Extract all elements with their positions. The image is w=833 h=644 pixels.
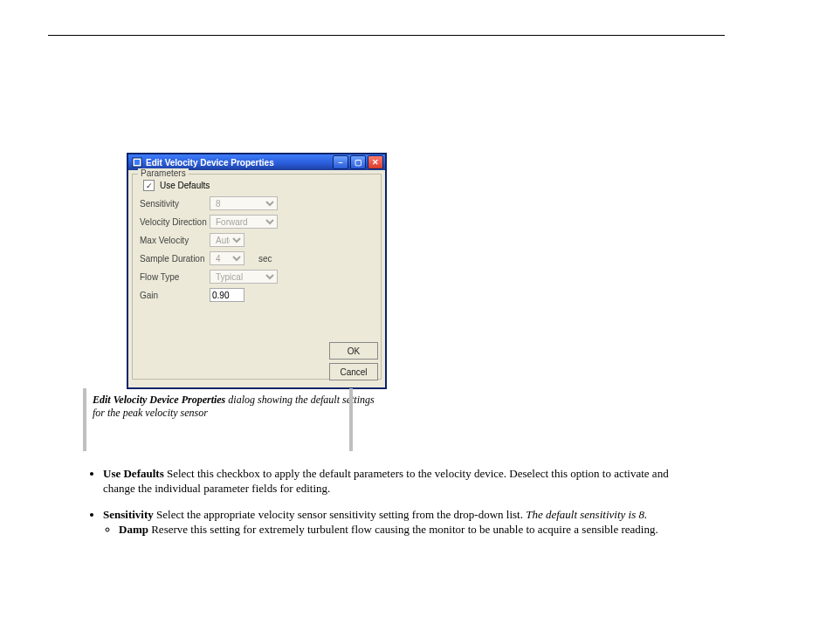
list-item: Use Defaults Select this checkbox to app… <box>103 467 699 496</box>
close-button[interactable]: ✕ <box>368 155 383 169</box>
term-damp: Damp <box>119 523 148 536</box>
term-sensitivity: Sensitivity <box>103 508 154 521</box>
svg-rect-1 <box>134 160 140 165</box>
text: Reserve this setting for extremely turbu… <box>148 523 658 536</box>
max-velocity-select[interactable]: Auto <box>210 233 244 247</box>
dialog-title: Edit Velocity Device Properties <box>146 158 274 168</box>
gain-label: Gain <box>140 291 210 300</box>
flow-type-select[interactable]: Typical <box>210 270 278 284</box>
use-defaults-checkbox[interactable]: ✓ <box>143 180 155 191</box>
edit-velocity-dialog: Edit Velocity Device Properties – ▢ ✕ Pa… <box>127 153 387 389</box>
text: Select the appropriate velocity sensor s… <box>154 508 526 521</box>
list-item: Sensitivity Select the appropriate veloc… <box>103 508 699 537</box>
caption-bold: Edit Velocity Device Properties <box>93 394 225 406</box>
maximize-button[interactable]: ▢ <box>350 155 366 169</box>
divider <box>48 35 725 36</box>
figure-caption: Edit Velocity Device Properties dialog s… <box>87 394 384 420</box>
max-velocity-label: Max Velocity <box>140 236 210 245</box>
text-italic: The default sensitivity is 8. <box>526 508 647 521</box>
flow-type-label: Flow Type <box>140 272 210 282</box>
change-bar <box>349 388 353 451</box>
use-defaults-label: Use Defaults <box>160 181 210 190</box>
text: Select this checkbox to apply the defaul… <box>103 467 669 495</box>
gain-input[interactable] <box>210 288 244 302</box>
minimize-button[interactable]: – <box>333 155 348 169</box>
velocity-direction-select[interactable]: Forward <box>210 215 278 229</box>
term-use-defaults: Use Defaults <box>103 467 164 480</box>
sample-duration-label: Sample Duration <box>140 254 210 264</box>
sensitivity-select[interactable]: 8 <box>210 196 278 210</box>
cancel-button[interactable]: Cancel <box>329 363 378 380</box>
app-icon <box>132 157 142 168</box>
ok-button[interactable]: OK <box>329 342 378 360</box>
list-item: Damp Reserve this setting for extremely … <box>119 523 699 538</box>
group-legend: Parameters <box>138 168 189 178</box>
sample-duration-unit: sec <box>258 254 272 264</box>
sensitivity-label: Sensitivity <box>140 199 210 209</box>
sample-duration-select[interactable]: 4 <box>210 251 244 265</box>
velocity-direction-label: Velocity Direction <box>140 217 210 227</box>
body-text: Use Defaults Select this checkbox to app… <box>87 467 699 550</box>
change-bar <box>83 388 86 451</box>
